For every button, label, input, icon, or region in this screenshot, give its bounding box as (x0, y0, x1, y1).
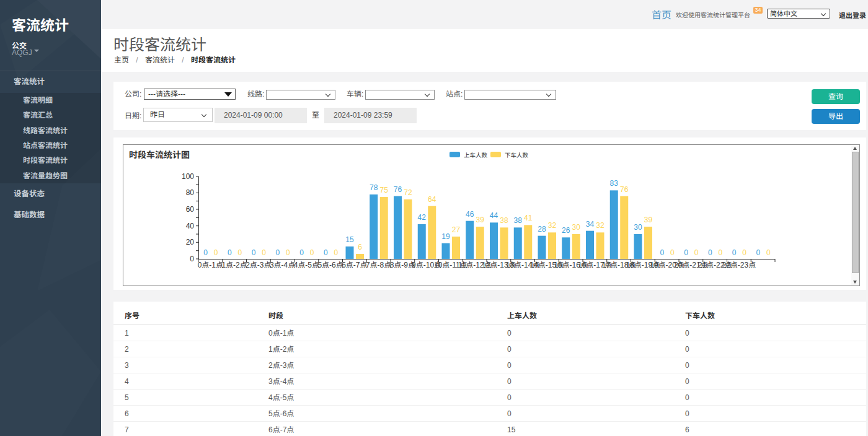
svg-text:0: 0 (275, 248, 280, 257)
svg-text:22点-23点: 22点-23点 (722, 261, 756, 269)
svg-text:0: 0 (684, 248, 688, 257)
svg-text:39: 39 (476, 216, 485, 224)
svg-text:26: 26 (562, 226, 570, 235)
svg-text:32: 32 (596, 221, 604, 230)
svg-text:0: 0 (742, 248, 746, 257)
svg-text:0: 0 (310, 248, 314, 257)
svg-text:4点-5点: 4点-5点 (294, 261, 319, 269)
svg-text:19: 19 (441, 232, 450, 240)
svg-text:6: 6 (358, 243, 362, 251)
svg-text:83: 83 (610, 179, 619, 188)
svg-text:0: 0 (214, 248, 218, 257)
svg-text:34: 34 (586, 219, 595, 228)
svg-text:30: 30 (572, 223, 581, 232)
svg-text:0: 0 (299, 248, 304, 257)
svg-text:0: 0 (766, 248, 771, 257)
svg-text:42: 42 (418, 213, 427, 222)
svg-text:6点-7点: 6点-7点 (342, 261, 367, 269)
svg-text:60: 60 (186, 205, 195, 214)
svg-text:3点-4点: 3点-4点 (270, 261, 295, 269)
svg-text:0: 0 (237, 248, 242, 257)
svg-text:5点-6点: 5点-6点 (317, 261, 343, 269)
svg-text:41: 41 (524, 214, 533, 222)
svg-text:20: 20 (186, 238, 195, 246)
svg-text:39: 39 (644, 216, 653, 224)
svg-text:64: 64 (428, 194, 436, 203)
svg-text:0: 0 (228, 248, 232, 257)
svg-text:0: 0 (190, 255, 194, 263)
svg-text:1点-2点: 1点-2点 (221, 261, 247, 269)
svg-text:7点-8点: 7点-8点 (366, 261, 391, 269)
svg-text:15: 15 (345, 235, 354, 244)
svg-text:38: 38 (514, 216, 523, 225)
svg-text:100: 100 (182, 172, 194, 180)
svg-text:0: 0 (732, 248, 737, 257)
svg-text:0点-1点: 0点-1点 (198, 261, 223, 269)
svg-text:75: 75 (380, 186, 389, 194)
svg-text:30: 30 (634, 223, 642, 232)
svg-text:46: 46 (466, 209, 474, 218)
svg-text:0: 0 (708, 248, 712, 257)
svg-text:0: 0 (660, 248, 664, 257)
svg-text:0: 0 (203, 248, 208, 257)
svg-text:76: 76 (620, 185, 629, 193)
svg-text:0: 0 (286, 248, 290, 257)
svg-text:0: 0 (334, 248, 338, 257)
svg-text:0: 0 (718, 248, 722, 257)
svg-text:28: 28 (538, 224, 546, 233)
svg-text:76: 76 (394, 185, 402, 193)
svg-text:0: 0 (756, 248, 760, 257)
svg-text:72: 72 (404, 188, 412, 197)
svg-text:0: 0 (252, 248, 256, 257)
svg-text:80: 80 (186, 188, 195, 197)
svg-text:0: 0 (262, 248, 266, 257)
svg-text:2点-3点: 2点-3点 (246, 261, 271, 269)
svg-text:40: 40 (186, 221, 195, 230)
svg-text:38: 38 (500, 216, 508, 225)
svg-text:44: 44 (490, 211, 498, 220)
svg-text:0: 0 (670, 248, 675, 257)
svg-text:27: 27 (452, 225, 461, 234)
svg-text:32: 32 (548, 221, 557, 230)
svg-text:0: 0 (694, 248, 699, 257)
svg-text:0: 0 (324, 248, 328, 257)
svg-text:78: 78 (370, 183, 378, 192)
